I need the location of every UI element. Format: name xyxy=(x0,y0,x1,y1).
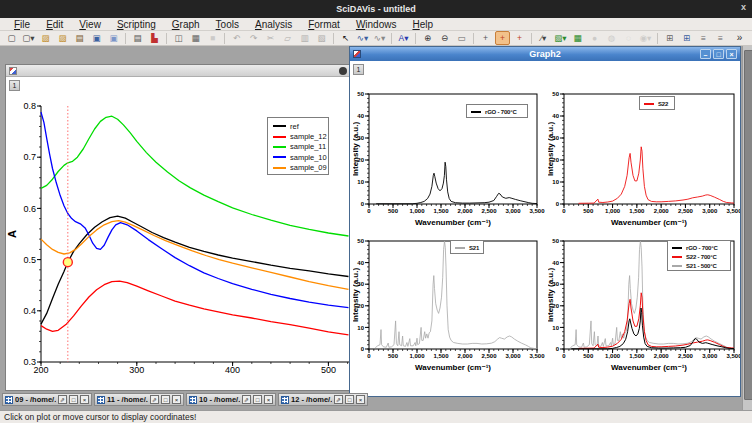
maximize-button[interactable]: □ xyxy=(253,395,262,404)
export-pdf-icon[interactable]: ▙ xyxy=(147,31,162,45)
svg-text:300: 300 xyxy=(129,365,144,375)
left-window-partial-button xyxy=(339,67,347,75)
menu-graph[interactable]: Graph xyxy=(164,18,208,31)
app-close-icon[interactable]: x xyxy=(741,2,746,12)
close-button[interactable]: × xyxy=(356,395,365,404)
menu-scripting[interactable]: Scripting xyxy=(109,18,164,31)
menu-help[interactable]: Help xyxy=(404,18,441,31)
menu-windows[interactable]: Windows xyxy=(348,18,405,31)
redo-icon[interactable]: ↷ xyxy=(246,31,261,45)
plot3d-bars-icon[interactable]: ◍ xyxy=(604,31,619,45)
layer-button[interactable]: 1 xyxy=(353,64,364,75)
svg-text:3,500: 3,500 xyxy=(726,353,740,359)
graph2-titlebar[interactable]: Graph2 – □ × xyxy=(350,47,740,61)
paste-special-icon[interactable]: ▧ xyxy=(314,31,329,45)
rgo-legend[interactable]: rGO - 700°C xyxy=(466,104,528,118)
svg-text:400: 400 xyxy=(225,365,240,375)
add-column-icon[interactable]: ⊞ xyxy=(679,31,694,45)
maximize-button[interactable]: □ xyxy=(161,395,170,404)
svg-text:0: 0 xyxy=(562,353,566,359)
table-wizard-icon[interactable]: ⊞ xyxy=(662,31,677,45)
undo-icon[interactable]: ↶ xyxy=(229,31,244,45)
plot3d-scatter-icon[interactable]: ◌ xyxy=(621,31,636,45)
select-data-range-dropdown[interactable]: ∿▾ xyxy=(355,31,370,45)
uvvis-legend[interactable]: ref sample_12 sample_11 sample_10 sample… xyxy=(267,117,329,175)
svg-text:Intensity (a.u.): Intensity (a.u.) xyxy=(548,268,555,323)
open-project-icon[interactable]: ▨ xyxy=(38,31,53,45)
minimized-window-09[interactable]: 09 - /home/... ⇗ □ × xyxy=(2,393,92,406)
lock-icon[interactable]: ■ xyxy=(205,31,220,45)
s22-legend[interactable]: S22 xyxy=(639,96,675,110)
save-project-icon[interactable]: ▣ xyxy=(89,31,104,45)
restore-button[interactable]: ⇗ xyxy=(334,395,343,404)
minimized-window-12[interactable]: 12 - /home/... ⇗ □ × xyxy=(278,393,368,406)
close-button[interactable]: × xyxy=(80,395,89,404)
import-ascii-icon[interactable]: ▤ xyxy=(72,31,87,45)
legend-swatch xyxy=(273,167,286,169)
minimize-button[interactable]: – xyxy=(700,49,711,59)
zoom-in-icon[interactable]: ⊕ xyxy=(420,31,435,45)
combined-legend[interactable]: rGO - 700°C S22 - 700°C S21 - 500°C xyxy=(667,240,731,271)
data-reader-icon[interactable]: + xyxy=(495,31,510,45)
svg-text:1,500: 1,500 xyxy=(433,208,449,214)
restore-button[interactable]: ⇗ xyxy=(242,395,251,404)
restore-button[interactable]: ⇗ xyxy=(150,395,159,404)
project-explorer-icon[interactable]: ◫ xyxy=(171,31,186,45)
graph2-window[interactable]: Graph2 – □ × 1 05001,0001,5002,0002,5003… xyxy=(349,46,741,397)
move-data-points-icon[interactable]: + xyxy=(512,31,527,45)
print-icon[interactable]: ▤ xyxy=(130,31,145,45)
close-button[interactable]: × xyxy=(264,395,273,404)
minimized-window-10[interactable]: 10 - /home/... ⇗ □ × xyxy=(186,393,276,406)
restore-button[interactable]: ⇗ xyxy=(58,395,67,404)
rescale-axes-icon[interactable]: ▭ xyxy=(454,31,469,45)
raman-chart-s21[interactable]: 05001,0001,5002,0002,5003,0003,500010203… xyxy=(353,232,545,382)
add-function-dropdown[interactable]: ▧▾ xyxy=(553,31,568,45)
minimized-window-11[interactable]: 11 - /home/... ⇗ □ × xyxy=(94,393,184,406)
scrollbar-thumb[interactable] xyxy=(744,50,752,400)
legend-label: S21 xyxy=(469,245,479,251)
cut-icon[interactable]: ✂ xyxy=(263,31,278,45)
toolbar-separator xyxy=(657,33,658,44)
column-stats-icon[interactable]: ≡ xyxy=(696,31,711,45)
new-item-dropdown[interactable]: ▢▾ xyxy=(21,31,36,45)
row-stats-icon[interactable]: ≡ xyxy=(713,31,728,45)
add-text-dropdown[interactable]: A▾ xyxy=(396,31,411,45)
plot3d-surface-dropdown[interactable]: ◉▾ xyxy=(638,31,653,45)
maximize-button[interactable]: □ xyxy=(69,395,78,404)
uvvis-plot-window[interactable]: 1 2003004005000.30.40.50.60.70.8A ref sa… xyxy=(5,64,350,391)
copy-icon[interactable]: ▱ xyxy=(280,31,295,45)
legend-label: sample_11 xyxy=(290,142,326,151)
zoom-out-icon[interactable]: ⊖ xyxy=(437,31,452,45)
menu-file[interactable]: File xyxy=(6,18,38,31)
open-template-icon[interactable]: ▨ xyxy=(55,31,70,45)
maximize-button[interactable]: □ xyxy=(345,395,354,404)
svg-text:0: 0 xyxy=(556,346,560,352)
save-as-icon[interactable]: ▣ xyxy=(106,31,121,45)
menu-edit[interactable]: Edit xyxy=(38,18,71,31)
svg-text:500: 500 xyxy=(321,365,336,375)
workspace-scrollbar[interactable] xyxy=(742,46,752,410)
toolbar-overflow-chevron[interactable]: » xyxy=(732,31,747,45)
draw-line-dropdown[interactable]: ∕▾ xyxy=(536,31,551,45)
pointer-icon[interactable]: ↖ xyxy=(338,31,353,45)
svg-text:500: 500 xyxy=(388,353,399,359)
plot3d-ribbon-icon[interactable]: ● xyxy=(587,31,602,45)
s21-legend[interactable]: S21 xyxy=(450,240,484,254)
svg-text:0.4: 0.4 xyxy=(23,306,36,316)
select-columns-dropdown[interactable]: ∿▾ xyxy=(372,31,387,45)
close-button[interactable]: × xyxy=(172,395,181,404)
maximize-button[interactable]: □ xyxy=(713,49,724,59)
uvvis-window-titlebar[interactable] xyxy=(6,65,349,77)
menu-view[interactable]: View xyxy=(71,18,109,31)
results-log-icon[interactable]: ▦ xyxy=(188,31,203,45)
svg-text:1,000: 1,000 xyxy=(409,208,425,214)
add-image-icon[interactable]: ▦ xyxy=(570,31,585,45)
menu-analysis[interactable]: Analysis xyxy=(247,18,300,31)
paste-icon[interactable]: ▥ xyxy=(297,31,312,45)
screen-reader-icon[interactable]: + xyxy=(478,31,493,45)
close-button[interactable]: × xyxy=(726,49,737,59)
new-project-icon[interactable]: ▢ xyxy=(4,31,19,45)
menu-format[interactable]: Format xyxy=(300,18,348,31)
svg-text:0.6: 0.6 xyxy=(23,204,36,214)
menu-tools[interactable]: Tools xyxy=(208,18,247,31)
